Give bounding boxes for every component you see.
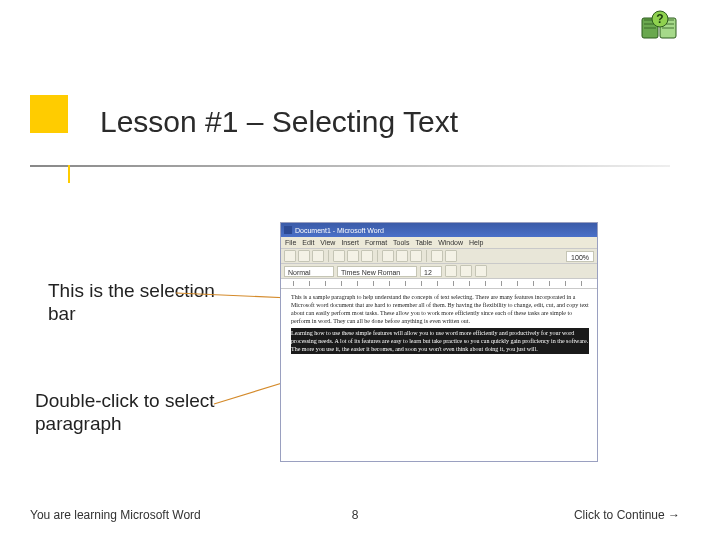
toolbar-sep [328, 250, 329, 262]
toolbar-sep [377, 250, 378, 262]
callout-double-click: Double-click to select paragraph [35, 390, 245, 436]
word-ruler[interactable] [281, 279, 597, 289]
callout-selection-bar: This is the selection bar [48, 280, 218, 326]
underline-icon[interactable] [475, 265, 487, 277]
title-underline [30, 165, 670, 167]
slide-title: Lesson #1 – Selecting Text [100, 105, 458, 139]
bold-icon[interactable] [445, 265, 457, 277]
menu-file[interactable]: File [285, 239, 296, 246]
style-selector[interactable]: Normal [284, 266, 334, 277]
word-menubar[interactable]: File Edit View Insert Format Tools Table… [281, 237, 597, 249]
word-format-toolbar: Normal Times New Roman 12 [281, 264, 597, 279]
paste-icon[interactable] [410, 250, 422, 262]
undo-icon[interactable] [431, 250, 443, 262]
new-doc-icon[interactable] [284, 250, 296, 262]
slide-footer: You are learning Microsoft Word 8 Click … [30, 508, 680, 522]
menu-window[interactable]: Window [438, 239, 463, 246]
italic-icon[interactable] [460, 265, 472, 277]
help-book-icon: ? [640, 10, 680, 42]
cut-icon[interactable] [382, 250, 394, 262]
slide-title-block: Lesson #1 – Selecting Text [30, 95, 690, 185]
menu-table[interactable]: Table [415, 239, 432, 246]
menu-view[interactable]: View [320, 239, 335, 246]
word-titlebar: Document1 - Microsoft Word [281, 223, 597, 237]
copy-icon[interactable] [396, 250, 408, 262]
preview-icon[interactable] [347, 250, 359, 262]
menu-help[interactable]: Help [469, 239, 483, 246]
title-accent-square [30, 95, 68, 133]
menu-insert[interactable]: Insert [341, 239, 359, 246]
spellcheck-icon[interactable] [361, 250, 373, 262]
word-app-icon [284, 226, 292, 234]
paragraph-unselected[interactable]: This is a sample paragraph to help under… [291, 293, 589, 325]
open-icon[interactable] [298, 250, 310, 262]
click-to-continue[interactable]: Click to Continue → [574, 508, 680, 522]
font-selector[interactable]: Times New Roman [337, 266, 417, 277]
word-standard-toolbar: 100% [281, 249, 597, 264]
paragraph-selected[interactable]: Learning how to use these simple feature… [291, 328, 589, 354]
toolbar-sep [426, 250, 427, 262]
footer-page-number: 8 [352, 508, 359, 522]
title-tick [68, 165, 70, 183]
font-size-selector[interactable]: 12 [420, 266, 442, 277]
svg-text:?: ? [656, 12, 663, 26]
menu-tools[interactable]: Tools [393, 239, 409, 246]
redo-icon[interactable] [445, 250, 457, 262]
word-document-area[interactable]: This is a sample paragraph to help under… [281, 289, 597, 461]
word-titlebar-text: Document1 - Microsoft Word [295, 227, 384, 234]
menu-edit[interactable]: Edit [302, 239, 314, 246]
save-icon[interactable] [312, 250, 324, 262]
print-icon[interactable] [333, 250, 345, 262]
word-window: Document1 - Microsoft Word File Edit Vie… [280, 222, 598, 462]
footer-left: You are learning Microsoft Word [30, 508, 201, 522]
zoom-selector[interactable]: 100% [566, 251, 594, 262]
menu-format[interactable]: Format [365, 239, 387, 246]
